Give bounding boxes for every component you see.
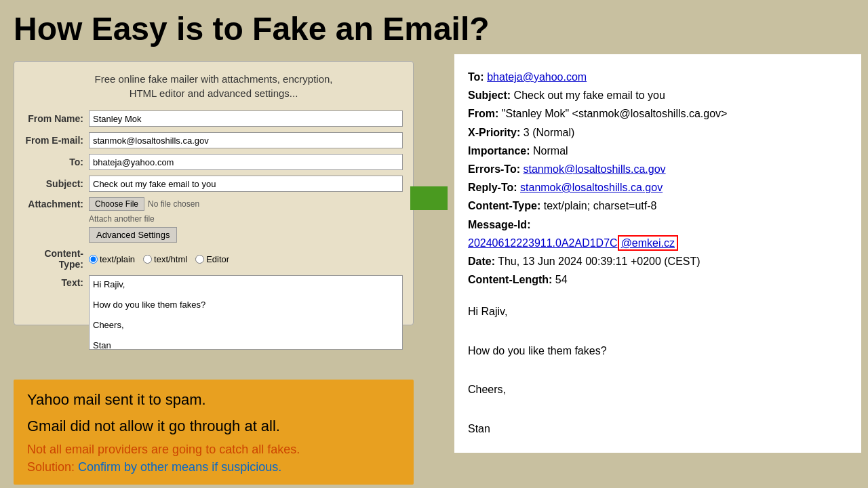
to-email-link[interactable]: bhateja@yahoo.com <box>487 71 587 83</box>
email-body-cheers: Cheers, <box>468 380 848 400</box>
no-file-text: No file chosen <box>148 199 199 209</box>
message-id-part1-link[interactable]: 20240612223911.0A2AD1D7C <box>468 237 618 249</box>
green-action-button[interactable] <box>410 186 448 210</box>
email-body-greeting: Hi Rajiv, <box>468 302 848 322</box>
warning-line2: Gmail did not allow it go through at all… <box>27 416 400 437</box>
from-name-row: From Name: <box>24 110 403 127</box>
content-type-radio-group: text/plain text/html Editor <box>89 254 229 264</box>
radio-text-html[interactable]: text/html <box>143 254 187 264</box>
email-body-sig: Stan <box>468 420 848 439</box>
warning-line1: Yahoo mail sent it to spam. <box>27 390 400 411</box>
email-content-type-line: Content-Type: text/plain; charset=utf-8 <box>468 197 848 215</box>
advanced-settings-button[interactable]: Advanced Settings <box>89 227 177 243</box>
from-email-row: From E-mail: <box>24 132 403 148</box>
email-from-line: From: "Stanley Mok" <stanmok@losaltoshil… <box>468 104 848 123</box>
email-body-textarea[interactable]: Hi Rajiv, How do you like them fakes? Ch… <box>89 275 403 350</box>
email-date-line: Date: Thu, 13 Jun 2024 00:39:11 +0200 (C… <box>468 252 848 270</box>
reply-to-link[interactable]: stanmok@losaltoshills.ca.gov <box>520 182 663 193</box>
email-message-id-line: Message-Id: <box>468 216 848 234</box>
radio-editor[interactable]: Editor <box>195 254 229 264</box>
email-display-panel: To: bhateja@yahoo.com Subject: Check out… <box>454 54 861 453</box>
warning-line3: Not all email providers are going to cat… <box>27 443 400 457</box>
errors-to-link[interactable]: stanmok@losaltoshills.ca.gov <box>524 163 666 175</box>
choose-file-button[interactable]: Choose File <box>89 197 144 211</box>
email-xpriority-line: X-Priority: 3 (Normal) <box>468 123 848 142</box>
to-label: To: <box>24 157 89 167</box>
solution-prefix: Solution: <box>27 460 78 474</box>
email-body: Hi Rajiv, How do you like them fakes? Ch… <box>468 302 848 439</box>
email-body-line1: How do you like them fakes? <box>468 342 848 361</box>
email-to-line: To: bhateja@yahoo.com <box>468 68 848 86</box>
from-name-input[interactable] <box>89 110 403 127</box>
content-type-label: Content-Type: <box>24 248 89 270</box>
attach-another-link[interactable]: Attach another file <box>89 214 403 224</box>
from-name-label: From Name: <box>24 113 89 124</box>
form-panel: Free online fake mailer with attachments… <box>14 61 414 325</box>
text-row: Text: Hi Rajiv, How do you like them fak… <box>24 275 403 350</box>
warning-solution: Solution: Confirm by other means if susp… <box>27 460 400 474</box>
text-label: Text: <box>24 275 89 288</box>
email-subject-line: Subject: Check out my fake email to you <box>468 86 848 104</box>
content-type-row: Content-Type: text/plain text/html Edito… <box>24 248 403 270</box>
to-input[interactable] <box>89 154 403 170</box>
radio-text-plain[interactable]: text/plain <box>89 254 135 264</box>
form-panel-title: Free online fake mailer with attachments… <box>24 72 403 100</box>
subject-row: Subject: <box>24 176 403 192</box>
email-message-id-value: 20240612223911.0A2AD1D7C@emkei.cz <box>468 234 848 252</box>
email-reply-to-line: Reply-To: stanmok@losaltoshills.ca.gov <box>468 178 848 197</box>
subject-input[interactable] <box>89 176 403 192</box>
attachment-label: Attachment: <box>24 199 89 209</box>
email-importance-line: Importance: Normal <box>468 142 848 160</box>
subject-label: Subject: <box>24 178 89 189</box>
page-title: How Easy is to Fake an Email? <box>14 10 490 47</box>
email-content-length-line: Content-Length: 54 <box>468 270 848 289</box>
from-email-label: From E-mail: <box>24 135 89 146</box>
message-id-part2-link[interactable]: @emkei.cz <box>618 235 678 251</box>
to-row: To: <box>24 154 403 170</box>
solution-highlight: Confirm by other means if suspicious. <box>78 460 281 474</box>
email-errors-to-line: Errors-To: stanmok@losaltoshills.ca.gov <box>468 160 848 178</box>
from-email-input[interactable] <box>89 132 403 148</box>
warning-panel: Yahoo mail sent it to spam. Gmail did no… <box>14 380 414 485</box>
attachment-row: Attachment: Choose File No file chosen <box>24 197 403 211</box>
